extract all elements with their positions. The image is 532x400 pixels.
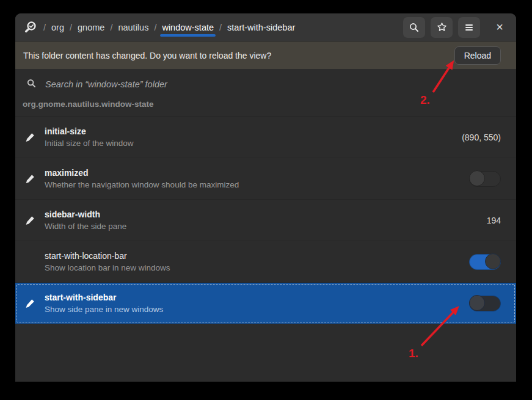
key-row-initial-size[interactable]: initial-size Initial size of the window … bbox=[15, 116, 516, 158]
key-value: 194 bbox=[487, 216, 501, 225]
headerbar: / org / gnome / nautilus / window-state … bbox=[15, 13, 516, 42]
breadcrumb-separator: / bbox=[43, 23, 46, 32]
menu-button[interactable] bbox=[458, 17, 480, 38]
breadcrumb-separator: / bbox=[219, 23, 222, 32]
edited-pencil-icon bbox=[15, 174, 45, 184]
key-row-start-with-sidebar[interactable]: start-with-sidebar Show side pane in new… bbox=[15, 282, 516, 324]
search-icon bbox=[27, 79, 36, 90]
breadcrumb-separator: / bbox=[70, 23, 72, 32]
key-list: initial-size Initial size of the window … bbox=[15, 116, 516, 324]
infobar: This folder content has changed. Do you … bbox=[15, 42, 516, 69]
close-icon: × bbox=[496, 20, 503, 34]
schema-section-title: org.gnome.nautilus.window-state bbox=[15, 100, 516, 116]
close-button[interactable]: × bbox=[489, 17, 510, 38]
key-row-start-with-location-bar[interactable]: start-with-location-bar Show location ba… bbox=[15, 241, 516, 282]
reload-button[interactable]: Reload bbox=[454, 46, 501, 65]
edited-pencil-icon bbox=[15, 299, 45, 308]
breadcrumb-item-start-with-sidebar[interactable]: start-with-sidebar bbox=[227, 23, 295, 32]
maximized-toggle[interactable] bbox=[469, 171, 501, 187]
dconf-editor-window: / org / gnome / nautilus / window-state … bbox=[15, 13, 516, 382]
edited-pencil-icon bbox=[15, 133, 45, 142]
key-name: start-with-sidebar bbox=[45, 292, 163, 303]
key-summary: Width of the side pane bbox=[45, 221, 126, 231]
start-with-location-bar-toggle[interactable] bbox=[469, 254, 501, 270]
key-summary: Show location bar in new windows bbox=[45, 263, 170, 273]
infobar-message: This folder content has changed. Do you … bbox=[23, 51, 271, 60]
search-field[interactable]: Search in “window-state” folder bbox=[15, 69, 516, 100]
key-name: start-with-location-bar bbox=[45, 250, 170, 261]
breadcrumb-separator: / bbox=[110, 23, 112, 32]
breadcrumb-item-nautilus[interactable]: nautilus bbox=[118, 23, 148, 32]
bookmark-star-icon bbox=[437, 22, 447, 32]
key-row-sidebar-width[interactable]: sidebar-width Width of the side pane 194 bbox=[15, 199, 516, 241]
breadcrumb: / org / gnome / nautilus / window-state … bbox=[43, 23, 295, 32]
search-placeholder: Search in “window-state” folder bbox=[45, 79, 167, 89]
search-icon bbox=[409, 23, 419, 32]
menu-icon bbox=[465, 24, 473, 31]
key-name: maximized bbox=[45, 167, 239, 178]
headerbar-actions: × bbox=[403, 17, 510, 38]
start-with-sidebar-toggle[interactable] bbox=[469, 296, 501, 311]
key-row-maximized[interactable]: maximized Whether the navigation window … bbox=[15, 158, 516, 199]
dconf-logo-icon bbox=[24, 21, 37, 34]
key-summary: Initial size of the window bbox=[45, 138, 134, 148]
search-button[interactable] bbox=[403, 17, 425, 38]
breadcrumb-item-gnome[interactable]: gnome bbox=[78, 23, 104, 32]
breadcrumb-item-org[interactable]: org bbox=[51, 23, 64, 32]
bookmarks-button[interactable] bbox=[431, 17, 453, 38]
key-name: initial-size bbox=[45, 126, 134, 137]
key-value: (890, 550) bbox=[462, 133, 501, 142]
key-summary: Show side pane in new windows bbox=[45, 304, 163, 315]
breadcrumb-separator: / bbox=[154, 23, 156, 32]
breadcrumb-item-window-state[interactable]: window-state bbox=[162, 23, 214, 32]
key-summary: Whether the navigation window should be … bbox=[45, 180, 239, 190]
key-name: sidebar-width bbox=[45, 209, 126, 220]
edited-pencil-icon bbox=[15, 216, 45, 225]
